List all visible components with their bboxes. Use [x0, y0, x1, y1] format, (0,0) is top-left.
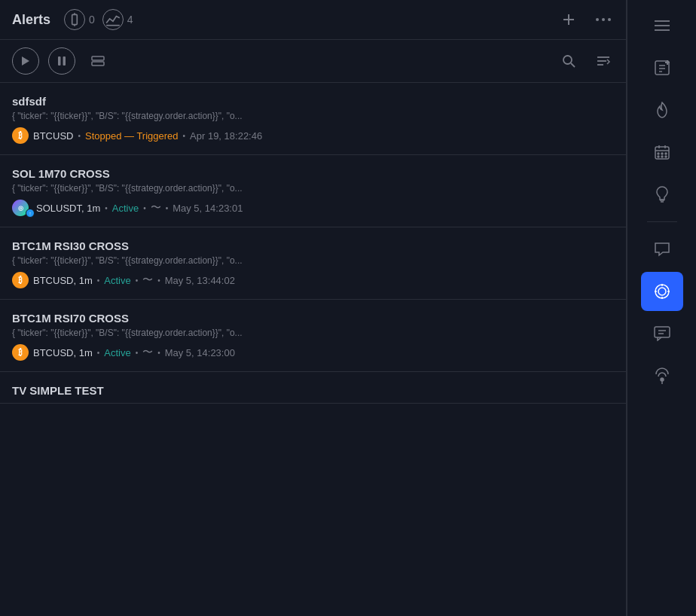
alert-item[interactable]: SOL 1M70 CROSS { "ticker": "{{ticker}}",… — [0, 155, 626, 227]
svg-point-41 — [655, 285, 669, 298]
alert-status: Stopped — Triggered — [85, 130, 179, 142]
svg-rect-0 — [72, 14, 78, 24]
candle-icon — [64, 9, 85, 30]
alert-timestamp: May 5, 14:23:00 — [165, 347, 235, 358]
alert-item[interactable]: TV SIMPLE TEST — [0, 372, 626, 404]
alert-meta: ₿ BTCUSD • Stopped — Triggered • Apr 19,… — [12, 127, 614, 144]
alert-item[interactable]: BTC1M RSI70 CROSS { "ticker": "{{ticker}… — [0, 300, 626, 372]
alerts-list: sdfsdf { "ticker": "{{ticker}}", "B/S": … — [0, 83, 626, 616]
svg-point-36 — [661, 156, 663, 157]
svg-point-50 — [661, 378, 664, 381]
svg-point-32 — [658, 153, 659, 154]
alert-item[interactable]: sdfsdf { "ticker": "{{ticker}}", "B/S": … — [0, 83, 626, 155]
alert-symbol: BTCUSD, 1m — [33, 275, 93, 286]
alert-symbol: BTCUSD, 1m — [33, 347, 93, 358]
alert-condition: { "ticker": "{{ticker}}", "B/S": "{{stra… — [12, 111, 614, 121]
btc-icon: ₿ — [12, 272, 29, 288]
svg-point-33 — [661, 153, 663, 154]
svg-point-7 — [602, 18, 605, 21]
svg-point-35 — [658, 156, 659, 157]
svg-point-8 — [608, 18, 611, 21]
header: Alerts 0 4 — [0, 0, 626, 40]
svg-point-42 — [658, 288, 666, 295]
alert-status: Active — [104, 347, 130, 358]
alert-meta: ₿ BTCUSD, 1m • Active • 〜 • May 5, 13:44… — [12, 272, 614, 288]
toolbar-left — [12, 47, 111, 75]
list-button[interactable] — [84, 47, 111, 75]
sidebar-item-broadcast[interactable] — [641, 356, 683, 395]
wave-icon: 〜 — [142, 346, 153, 359]
alert-name: TV SIMPLE TEST — [12, 384, 614, 397]
svg-rect-13 — [92, 62, 104, 66]
main-panel: Alerts 0 4 — [0, 0, 627, 616]
svg-marker-9 — [22, 56, 29, 66]
alert-status: Active — [112, 203, 139, 214]
alert-name: SOL 1M70 CROSS — [12, 167, 614, 180]
alert-timestamp: May 5, 14:23:01 — [172, 203, 243, 214]
alert-symbol: SOLUSDT, 1m — [36, 203, 100, 214]
alert-condition: { "ticker": "{{ticker}}", "B/S": "{{stra… — [12, 183, 614, 194]
add-button[interactable] — [558, 9, 579, 30]
alert-condition: { "ticker": "{{ticker}}", "B/S": "{{stra… — [12, 255, 614, 266]
alert-name: sdfsdf — [12, 95, 614, 108]
svg-rect-10 — [58, 56, 61, 66]
svg-point-37 — [665, 156, 667, 157]
alert-status: Active — [104, 275, 130, 286]
svg-line-15 — [571, 63, 575, 67]
svg-point-14 — [563, 56, 572, 64]
sidebar-item-alerts[interactable] — [641, 272, 683, 311]
alert-condition: { "ticker": "{{ticker}}", "B/S": "{{stra… — [12, 328, 614, 338]
candle-count: 0 — [89, 14, 95, 26]
pause-button[interactable] — [48, 47, 75, 75]
svg-rect-12 — [92, 56, 104, 60]
alert-name: BTC1M RSI70 CROSS — [12, 312, 614, 325]
alert-name: BTC1M RSI30 CROSS — [12, 239, 614, 252]
sidebar-item-new-list[interactable] — [641, 48, 683, 87]
btc-icon: ₿ — [12, 344, 29, 361]
chart-icon — [102, 9, 124, 30]
toolbar — [0, 40, 626, 83]
header-actions — [558, 9, 614, 30]
sol-icon: ◎ ↑ — [12, 200, 32, 216]
svg-rect-47 — [655, 327, 670, 337]
alert-symbol: BTCUSD — [33, 130, 73, 142]
svg-point-34 — [665, 153, 667, 154]
wave-icon: 〜 — [151, 201, 161, 215]
sidebar-divider — [647, 221, 677, 222]
play-button[interactable] — [12, 47, 39, 75]
alert-timestamp: Apr 19, 18:22:46 — [190, 130, 262, 142]
alert-timestamp: May 5, 13:44:02 — [165, 275, 235, 286]
alert-meta: ◎ ↑ SOLUSDT, 1m • Active • 〜 • May 5, 14… — [12, 200, 614, 216]
sidebar — [627, 0, 696, 616]
more-button[interactable] — [593, 9, 614, 30]
btc-icon: ₿ — [12, 127, 29, 144]
svg-rect-11 — [63, 56, 66, 66]
chart-count: 4 — [127, 14, 133, 26]
sidebar-item-menu[interactable] — [641, 6, 683, 45]
search-button[interactable] — [558, 50, 579, 72]
sidebar-item-hotlist[interactable] — [641, 90, 683, 130]
sidebar-item-ideas[interactable] — [641, 175, 683, 214]
sidebar-item-chat[interactable] — [641, 230, 683, 269]
chart-badge: 4 — [102, 9, 133, 30]
page-title: Alerts — [12, 12, 50, 28]
alert-meta: ₿ BTCUSD, 1m • Active • 〜 • May 5, 14:23… — [12, 344, 614, 361]
sort-button[interactable] — [593, 50, 614, 72]
sidebar-item-messages[interactable] — [641, 314, 683, 353]
svg-point-6 — [596, 18, 599, 21]
toolbar-right — [558, 50, 614, 72]
wave-icon: 〜 — [142, 273, 153, 287]
alert-item[interactable]: BTC1M RSI30 CROSS { "ticker": "{{ticker}… — [0, 227, 626, 300]
sidebar-item-calendar[interactable] — [641, 133, 683, 172]
candle-badge: 0 — [64, 9, 95, 30]
